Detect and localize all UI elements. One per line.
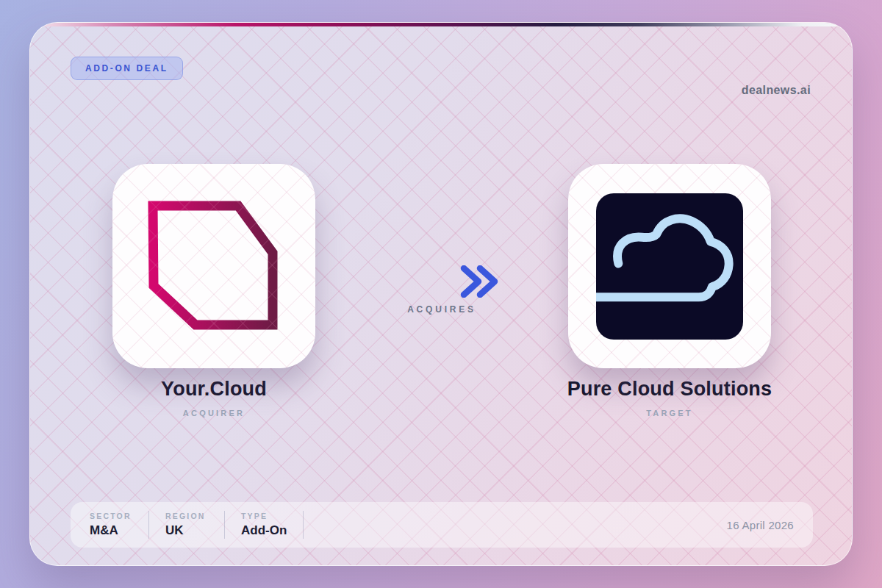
meta-field-type: TYPE Add-On: [241, 512, 287, 538]
deal-announcement-page: ADD-ON DEAL dealnews.ai Your.Cloud ACQUI…: [0, 0, 882, 588]
deal-card: ADD-ON DEAL dealnews.ai Your.Cloud ACQUI…: [29, 22, 853, 566]
sector-value: M&A: [90, 523, 132, 538]
deal-date: 16 April 2026: [727, 519, 794, 531]
top-accent-gradient-line: [30, 23, 852, 26]
hexagon-outline-icon: [112, 164, 315, 368]
type-value: Add-On: [241, 523, 287, 538]
meta-divider: [224, 511, 225, 539]
cloud-outline-icon: [596, 193, 743, 340]
meta-divider: [148, 511, 149, 539]
sector-label: SECTOR: [90, 512, 132, 520]
meta-field-sector: SECTOR M&A: [90, 512, 132, 538]
target-logo-card: [568, 164, 771, 368]
acquires-label: ACQUIRES: [407, 304, 476, 315]
meta-field-region: REGION UK: [165, 512, 208, 538]
acquisition-arrow-group: ACQUIRES: [376, 265, 508, 315]
meta-divider: [303, 511, 304, 539]
acquirer-column: Your.Cloud ACQUIRER: [89, 164, 339, 417]
deal-meta-bar: SECTOR M&A REGION UK TYPE Add-On 16 Apri…: [71, 502, 813, 548]
deal-type-badge: ADD-ON DEAL: [71, 57, 183, 80]
brand-watermark: dealnews.ai: [742, 84, 811, 97]
target-column: Pure Cloud Solutions TARGET: [545, 164, 795, 417]
target-role-label: TARGET: [646, 409, 693, 417]
double-chevron-arrow-icon: [376, 265, 508, 298]
acquirer-role-label: ACQUIRER: [183, 409, 245, 417]
target-name: Pure Cloud Solutions: [567, 378, 772, 401]
region-label: REGION: [165, 512, 208, 520]
type-label: TYPE: [241, 512, 287, 520]
acquirer-logo-card: [112, 164, 315, 368]
acquirer-name: Your.Cloud: [161, 378, 267, 401]
region-value: UK: [165, 523, 208, 538]
cloud-logo-tile: [596, 193, 743, 340]
